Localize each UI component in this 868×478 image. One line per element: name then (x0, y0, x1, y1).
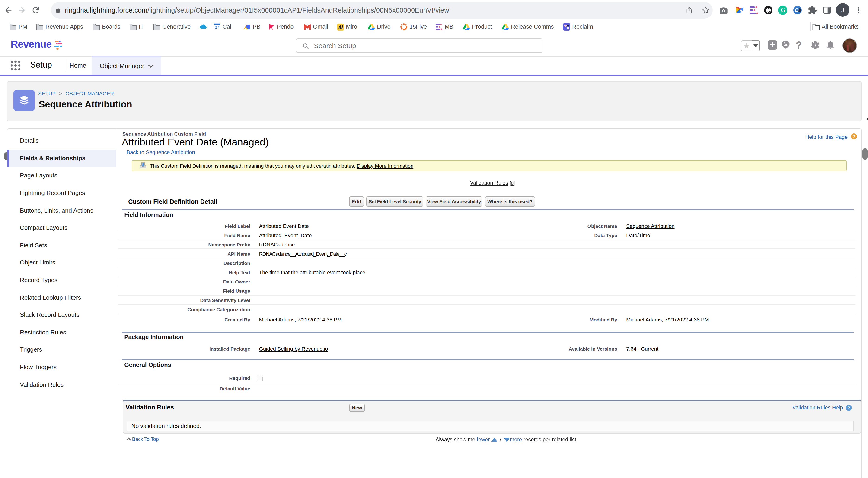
svg-text:27: 27 (215, 25, 219, 30)
svg-text:?: ? (852, 134, 855, 139)
svg-text:?: ? (847, 405, 850, 410)
